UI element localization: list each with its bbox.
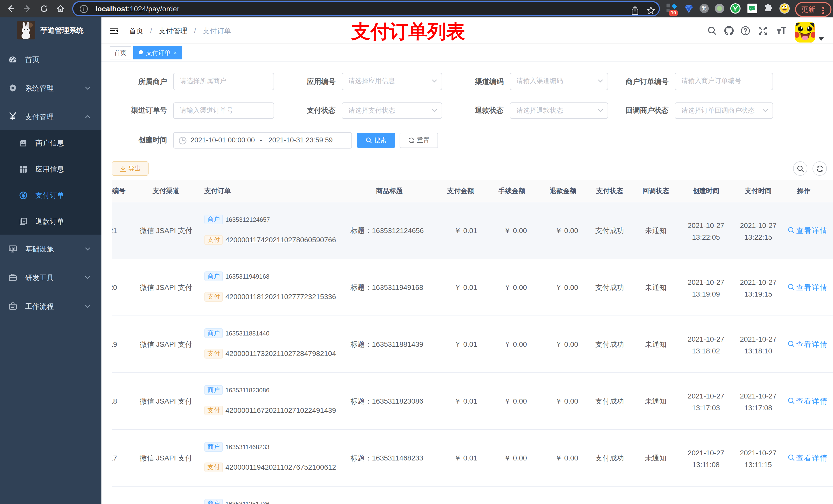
svg-text:⌘: ⌘ bbox=[701, 5, 707, 12]
